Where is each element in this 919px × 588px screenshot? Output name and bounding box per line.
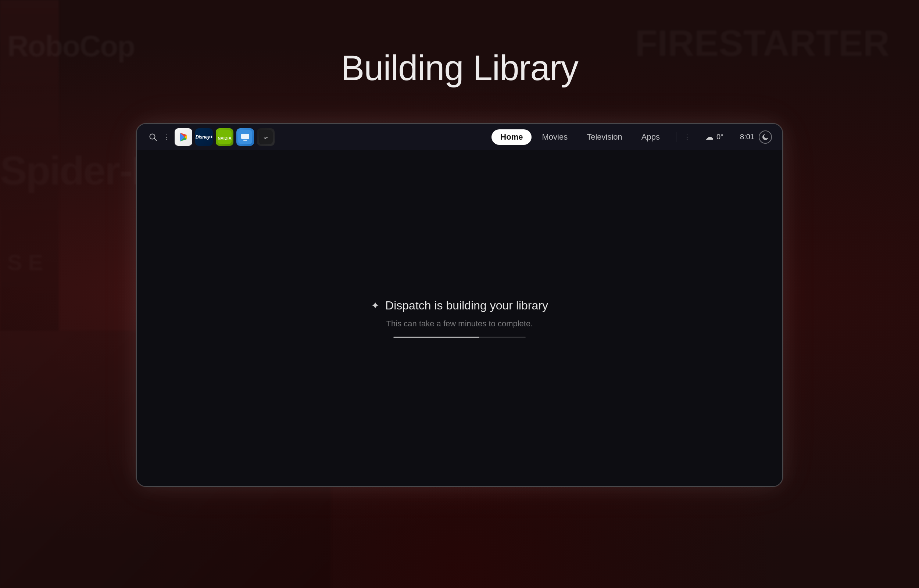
weather-icon: ☁ xyxy=(706,132,714,142)
sparkle-icon: ✦ xyxy=(371,299,380,312)
tv-icon[interactable] xyxy=(236,128,254,146)
page-title-wrapper: Building Library xyxy=(341,48,578,88)
app-icons-container: Disney+ NVIDIA xyxy=(174,128,275,146)
google-play-icon[interactable] xyxy=(174,128,192,146)
bg-text-se: S E xyxy=(7,250,43,275)
nav-pill-television[interactable]: Television xyxy=(578,129,631,145)
weather-temp: 0° xyxy=(716,132,724,141)
nav-dots-right[interactable]: ⋮ xyxy=(684,133,690,141)
nvidia-icon[interactable]: NVIDIA xyxy=(216,128,233,146)
clock: 8:01 xyxy=(740,132,754,141)
search-button[interactable] xyxy=(147,131,159,143)
weather-widget: ☁ 0° xyxy=(706,132,724,142)
bg-text-firestarter: FIRESTARTER xyxy=(635,22,890,64)
main-content: ✦ Dispatch is building your library This… xyxy=(137,150,782,486)
svg-rect-7 xyxy=(243,140,247,141)
device-container: ⋮ Disney+ xyxy=(136,123,783,487)
progress-bar-container xyxy=(393,337,526,338)
svg-text:tv+: tv+ xyxy=(264,136,268,140)
nav-pills: Home Movies Television Apps xyxy=(491,129,669,145)
sleep-button[interactable] xyxy=(759,131,772,144)
svg-text:NVIDIA: NVIDIA xyxy=(218,136,231,141)
apple-tv-icon[interactable]: tv+ xyxy=(257,128,275,146)
svg-rect-6 xyxy=(241,134,249,139)
svg-line-1 xyxy=(154,139,157,141)
nav-bar: ⋮ Disney+ xyxy=(137,124,782,150)
building-title-row: ✦ Dispatch is building your library xyxy=(371,299,548,312)
nav-separator-3 xyxy=(731,132,731,142)
bg-text-robocop: RoboCop xyxy=(7,29,134,63)
progress-bar-fill xyxy=(393,337,479,338)
disney-plus-icon[interactable]: Disney+ xyxy=(195,128,213,146)
nav-separator-2 xyxy=(698,132,698,142)
page-title: Building Library xyxy=(341,48,578,88)
building-message: ✦ Dispatch is building your library This… xyxy=(371,299,548,338)
nav-dots-left[interactable]: ⋮ xyxy=(163,133,170,141)
building-title-text: Dispatch is building your library xyxy=(385,299,548,312)
device-frame: ⋮ Disney+ xyxy=(136,123,783,487)
nav-pill-home[interactable]: Home xyxy=(491,129,531,145)
nav-pill-movies[interactable]: Movies xyxy=(533,129,577,145)
building-subtitle: This can take a few minutes to complete. xyxy=(386,319,533,328)
nav-separator-1 xyxy=(676,132,677,142)
nav-pill-apps[interactable]: Apps xyxy=(633,129,669,145)
